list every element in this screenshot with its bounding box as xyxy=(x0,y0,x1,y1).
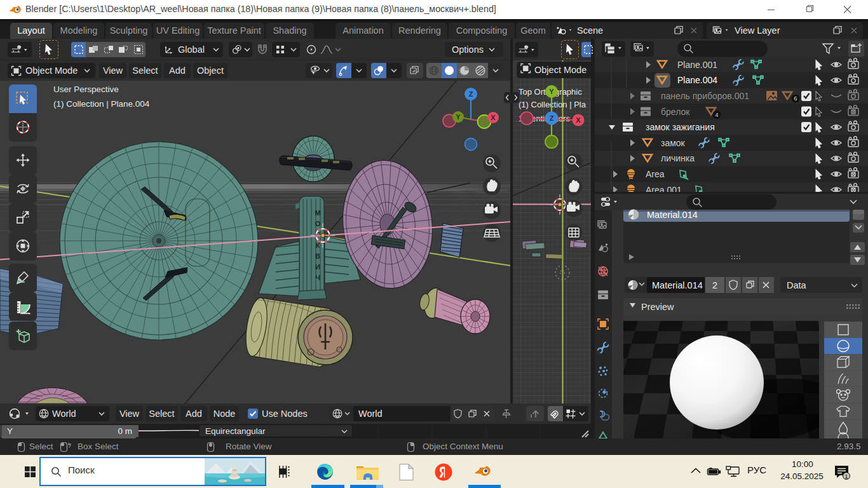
svg-text:Material.014: Material.014 xyxy=(652,280,703,290)
svg-text:личинка: личинка xyxy=(661,153,695,163)
svg-text:Area: Area xyxy=(646,169,665,179)
svg-text:Plane.004: Plane.004 xyxy=(677,75,717,85)
svg-text:И: И xyxy=(315,263,320,271)
svg-text:замок зажигания: замок зажигания xyxy=(646,122,715,132)
svg-text:Plane.001: Plane.001 xyxy=(677,60,717,70)
svg-text:Ч: Ч xyxy=(315,274,320,281)
svg-text:Z: Z xyxy=(550,114,554,122)
svg-text:4: 4 xyxy=(715,111,718,118)
svg-text:Material.014: Material.014 xyxy=(647,210,698,220)
svg-text:X: X xyxy=(576,116,581,124)
svg-text:2: 2 xyxy=(712,280,717,290)
svg-text:К: К xyxy=(316,241,320,249)
svg-text:Y: Y xyxy=(549,88,554,95)
svg-text:Data: Data xyxy=(787,280,807,290)
svg-text:Preview: Preview xyxy=(641,302,674,312)
svg-text:Z: Z xyxy=(469,90,473,98)
svg-text:Area.001: Area.001 xyxy=(646,185,682,192)
svg-text:В: В xyxy=(315,252,320,260)
svg-text:X: X xyxy=(491,114,496,121)
svg-text:Object Mode: Object Mode xyxy=(534,65,587,75)
svg-text:О: О xyxy=(315,220,321,227)
svg-text:замок: замок xyxy=(661,138,686,148)
svg-text:брелок: брелок xyxy=(661,107,690,117)
svg-text:М: М xyxy=(315,209,320,217)
svg-text:1: 1 xyxy=(844,473,848,480)
svg-text:панель приборов.001: панель приборов.001 xyxy=(661,91,749,101)
svg-text:Y: Y xyxy=(456,113,461,121)
svg-text:6: 6 xyxy=(794,95,797,102)
svg-text:(1) Collection | Pla: (1) Collection | Pla xyxy=(519,100,587,109)
